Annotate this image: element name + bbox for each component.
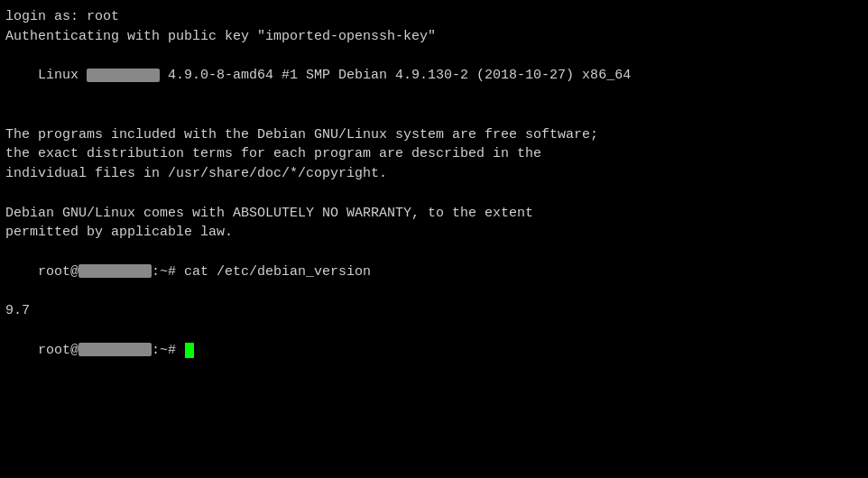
terminal-window[interactable]: login as: root Authenticating with publi… (0, 0, 868, 478)
terminal-line-1: login as: root (5, 7, 863, 27)
linux-prefix: Linux (38, 68, 87, 83)
terminal-line-13-active-prompt: root@ :~# (5, 321, 863, 380)
terminal-line-10: permitted by applicable law. (5, 223, 863, 243)
terminal-line-12: 9.7 (5, 301, 863, 321)
redacted-hostname-1 (87, 69, 160, 82)
linux-suffix: 4.9.0-8-amd64 #1 SMP Debian 4.9.130-2 (2… (160, 68, 631, 83)
prompt-prefix-2: root@ (38, 343, 78, 358)
terminal-line-11-command: root@ :~# cat /etc/debian_version (5, 243, 863, 301)
terminal-line-7: individual files in /usr/share/doc/*/cop… (5, 164, 863, 184)
terminal-line-3: Linux 4.9.0-8-amd64 #1 SMP Debian 4.9.13… (5, 47, 863, 106)
terminal-cursor (185, 343, 194, 358)
terminal-line-8-blank (5, 184, 863, 204)
terminal-line-9: Debian GNU/Linux comes with ABSOLUTELY N… (5, 204, 863, 224)
prompt-suffix-2: :~# (152, 343, 184, 358)
prompt-prefix-1: root@ (38, 264, 78, 280)
terminal-line-5: The programs included with the Debian GN… (5, 125, 863, 145)
redacted-hostname-3 (78, 343, 152, 356)
redacted-hostname-2 (78, 264, 152, 278)
terminal-line-6: the exact distribution terms for each pr… (5, 144, 863, 164)
terminal-line-4-blank (5, 106, 863, 125)
command-text-1: cat /etc/debian_version (184, 264, 371, 280)
terminal-line-2: Authenticating with public key "imported… (5, 27, 863, 47)
prompt-suffix-1: :~# (152, 264, 184, 280)
